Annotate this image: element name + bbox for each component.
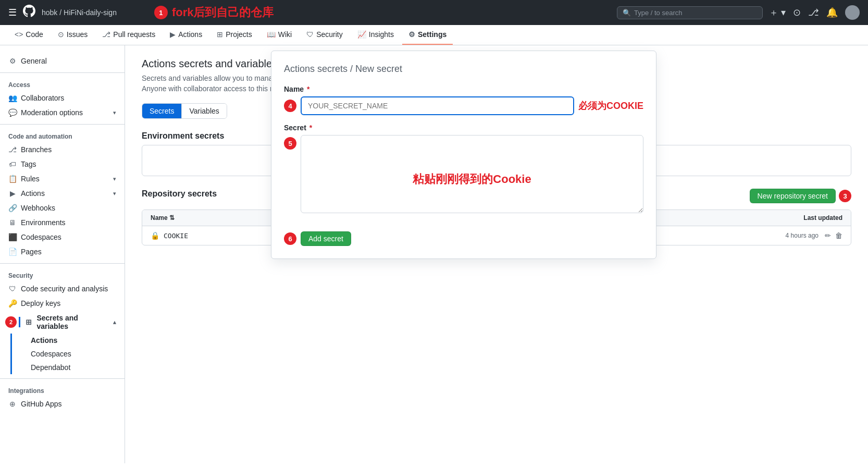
sidebar-item-webhooks[interactable]: 🔗 Webhooks: [0, 201, 125, 215]
projects-icon: ⊞: [217, 30, 223, 39]
actions-icon: ▶: [170, 30, 176, 39]
github-logo[interactable]: [23, 5, 35, 20]
pages-icon: 📄: [8, 248, 17, 256]
sidebar-sub-dependabot[interactable]: Dependabot: [12, 361, 125, 374]
tab-secrets[interactable]: Secrets: [142, 104, 182, 118]
modal-title: Actions secrets / New secret: [284, 64, 643, 75]
rules-icon: 📋: [8, 175, 17, 183]
repo-secrets-title: Repository secrets: [142, 189, 217, 199]
secrets-icon: ⊞: [24, 318, 32, 326]
github-apps-icon: ⊕: [8, 400, 17, 408]
search-icon: 🔍: [623, 9, 631, 17]
repo-name-link[interactable]: HiFiNi-daily-sign: [64, 8, 117, 17]
sidebar-item-collaborators[interactable]: 👥 Collaborators: [0, 91, 125, 105]
name-label: Name *: [284, 85, 643, 93]
add-secret-button[interactable]: Add secret: [301, 231, 351, 246]
general-icon: ⚙: [8, 57, 17, 65]
main-content: Actions secrets and variables Secrets an…: [125, 45, 868, 463]
pr-tab-icon: ⎇: [102, 30, 110, 39]
tab-settings[interactable]: ⚙ Settings: [402, 25, 453, 45]
name-annotation-text: 必须为COOKIE: [578, 100, 643, 112]
sidebar-section-access: Access: [0, 77, 125, 91]
sidebar-item-actions[interactable]: ▶ Actions ▾: [0, 186, 125, 201]
annotation-2: 2: [5, 316, 17, 328]
code-security-icon: 🛡: [8, 285, 17, 293]
plus-icon[interactable]: ＋ ▾: [769, 6, 786, 19]
annotation-1: 1: [154, 6, 168, 19]
wiki-icon: 📖: [267, 30, 276, 39]
fork-annotation: 1 fork后到自己的仓库: [154, 5, 274, 20]
actions-sidebar-icon: ▶: [8, 189, 17, 198]
annotation-6: 6: [284, 232, 296, 245]
sidebar-item-general[interactable]: ⚙ General: [0, 54, 125, 68]
actions-chevron: ▾: [113, 190, 116, 197]
modal-overlay: Actions secrets / New secret Name * 4 必须…: [229, 45, 868, 463]
insights-icon: 📈: [357, 30, 366, 39]
hamburger-menu[interactable]: ☰: [8, 7, 17, 18]
active-indicator: [19, 317, 20, 327]
tab-actions[interactable]: ▶ Actions: [164, 25, 208, 45]
sidebar-item-secrets-vars[interactable]: ⊞ Secrets and variables ▴: [22, 311, 125, 334]
repo-breadcrumb: hobk / HiFiNi-daily-sign: [42, 8, 117, 17]
deploy-keys-icon: 🔑: [8, 299, 17, 307]
issues-icon: ⊙: [58, 30, 64, 39]
fork-label: fork后到自己的仓库: [172, 5, 274, 20]
rules-chevron: ▾: [113, 176, 116, 182]
collaborators-icon: 👥: [8, 94, 17, 102]
secrets-submenu: Actions Codespaces Dependabot: [10, 334, 125, 374]
secret-name-input[interactable]: [301, 96, 574, 115]
sidebar-sub-codespaces[interactable]: Codespaces: [12, 347, 125, 361]
circle-icon[interactable]: ⊙: [793, 7, 801, 18]
sidebar-item-rules[interactable]: 📋 Rules ▾: [0, 171, 125, 186]
lock-icon: 🔒: [151, 231, 159, 240]
search-placeholder: Type / to search: [634, 9, 683, 17]
sidebar-item-tags[interactable]: 🏷 Tags: [0, 157, 125, 171]
sidebar-item-codespaces[interactable]: ⬛ Codespaces: [0, 230, 125, 244]
annotation-5: 5: [284, 137, 296, 150]
sidebar-section-integrations: Integrations: [0, 383, 125, 397]
repo-tabs: <> Code ⊙ Issues ⎇ Pull requests ▶ Actio…: [0, 25, 868, 45]
tab-projects[interactable]: ⊞ Projects: [210, 25, 258, 45]
tab-pull-requests[interactable]: ⎇ Pull requests: [96, 25, 162, 45]
sidebar-item-environments[interactable]: 🖥 Environments: [0, 215, 125, 230]
new-secret-modal: Actions secrets / New secret Name * 4 必须…: [271, 51, 656, 259]
tab-issues[interactable]: ⊙ Issues: [52, 25, 94, 45]
pr-icon[interactable]: ⎇: [808, 7, 819, 18]
annotation-4: 4: [284, 100, 296, 112]
notification-icon[interactable]: 🔔: [826, 7, 838, 18]
sidebar-item-github-apps[interactable]: ⊕ GitHub Apps: [0, 397, 125, 411]
sidebar-item-code-security[interactable]: 🛡 Code security and analysis: [0, 281, 125, 296]
settings-icon: ⚙: [408, 30, 415, 39]
sidebar-item-branches[interactable]: ⎇ Branches: [0, 142, 125, 157]
sidebar-item-deploy-keys[interactable]: 🔑 Deploy keys: [0, 296, 125, 311]
tab-wiki[interactable]: 📖 Wiki: [261, 25, 298, 45]
avatar[interactable]: [845, 5, 860, 20]
tab-variables[interactable]: Variables: [182, 104, 226, 118]
security-icon: 🛡: [306, 30, 314, 39]
top-navigation: ☰ hobk / HiFiNi-daily-sign 1 fork后到自己的仓库…: [0, 0, 868, 25]
tags-icon: 🏷: [8, 160, 17, 168]
add-secret-row: 6 Add secret: [284, 231, 643, 246]
secret-value-input[interactable]: [301, 135, 643, 213]
secret-field-row: 5 粘贴刚刚得到的Cookie: [284, 135, 643, 223]
secret-label: Secret *: [284, 124, 643, 132]
moderation-chevron: ▾: [113, 109, 116, 116]
modal-title-prefix: Actions secrets: [284, 64, 348, 74]
tab-security[interactable]: 🛡 Security: [300, 25, 349, 45]
repo-owner-link[interactable]: hobk: [42, 8, 57, 17]
sidebar-item-pages[interactable]: 📄 Pages: [0, 244, 125, 259]
environments-icon: 🖥: [8, 218, 17, 227]
tab-insights[interactable]: 📈 Insights: [351, 25, 400, 45]
modal-title-separator: /: [350, 64, 355, 74]
name-field-row: 4 必须为COOKIE: [284, 96, 643, 115]
sidebar-section-security: Security: [0, 268, 125, 281]
sidebar-secrets-row: 2 ⊞ Secrets and variables ▴: [0, 311, 125, 334]
sidebar-sub-actions[interactable]: Actions: [12, 334, 125, 347]
modal-title-suffix: New secret: [355, 64, 402, 74]
secrets-chevron: ▴: [113, 319, 116, 326]
tab-code[interactable]: <> Code: [8, 25, 49, 45]
sidebar-section-code-automation: Code and automation: [0, 129, 125, 142]
sidebar-item-moderation[interactable]: 💬 Moderation options ▾: [0, 105, 125, 120]
sub-tabs: Secrets Variables: [142, 103, 227, 119]
search-box[interactable]: 🔍 Type / to search: [617, 6, 763, 19]
